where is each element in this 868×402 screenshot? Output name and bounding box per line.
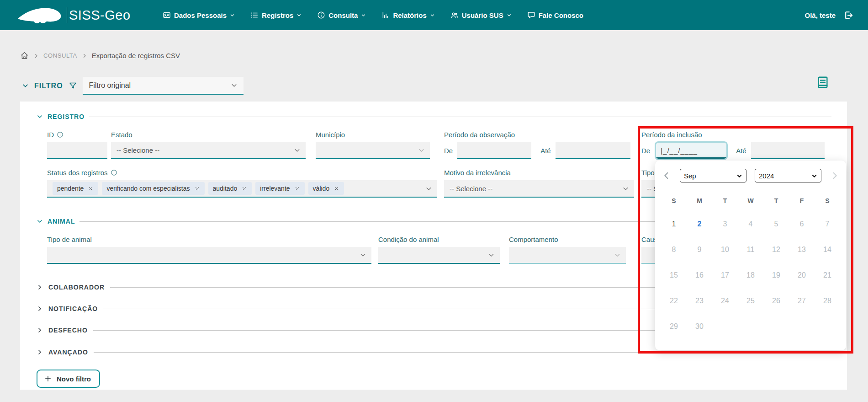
breadcrumb: CONSULTA Exportação de registros CSV <box>20 51 180 60</box>
filter-bar: FILTRO Filtro original <box>22 77 243 95</box>
municipio-select[interactable] <box>316 142 430 159</box>
list-icon <box>250 11 259 19</box>
calendar-month-select[interactable]: Sep <box>680 169 746 182</box>
main-nav: Dados Pessoais Registros Consulta Relató… <box>163 0 583 30</box>
chevron-down-icon <box>359 251 367 259</box>
breadcrumb-section[interactable]: CONSULTA <box>43 52 77 59</box>
calendar-year-select[interactable]: 2024 <box>755 169 821 182</box>
date-picker-popup: Sep 2024 S M T W T F S 12345678910111213… <box>655 161 846 350</box>
field-id: ID <box>47 129 107 159</box>
calendar-day-17: 17 <box>712 263 738 288</box>
remove-chip-icon[interactable] <box>241 186 247 192</box>
calendar-day-2[interactable]: 2 <box>687 211 712 237</box>
weekday-label: F <box>789 190 815 211</box>
weekday-label: T <box>763 190 789 211</box>
book-icon[interactable] <box>816 75 830 90</box>
info-icon[interactable] <box>111 169 117 176</box>
chip-pendente: pendente <box>53 182 98 195</box>
inclusao-de-input-focused[interactable]: |_/__/____ <box>655 141 728 160</box>
field-periodo-observacao-label: Período da observação <box>444 129 630 139</box>
remove-chip-icon[interactable] <box>194 186 200 192</box>
calendar-prev-month-button[interactable] <box>662 171 672 181</box>
label-text: Período da observação <box>444 131 515 139</box>
status-multiselect[interactable]: pendente verificando com especialistas a… <box>47 180 437 198</box>
chevron-down-icon <box>37 113 43 120</box>
field-motivo-irrelevancia: Motivo da irrelevância -- Selecione -- <box>444 167 634 198</box>
remove-chip-icon[interactable] <box>88 186 94 192</box>
nav-label: Relatórios <box>393 11 426 19</box>
calendar-year-value: 2024 <box>759 172 774 180</box>
section-divider <box>94 352 831 353</box>
nav-consulta[interactable]: Consulta <box>317 11 366 19</box>
id-input[interactable] <box>47 142 107 159</box>
section-animal-title: ANIMAL <box>48 218 75 225</box>
ate-label: Até <box>540 147 551 155</box>
field-comportamento: Comportamento <box>509 234 626 264</box>
nav-relatorios[interactable]: Relatórios <box>381 11 434 19</box>
observacao-ate-input[interactable] <box>556 142 630 159</box>
condicao-select[interactable] <box>378 247 500 264</box>
home-icon[interactable] <box>20 51 29 60</box>
field-status-registros: Status dos registros pendente verificand… <box>47 167 437 198</box>
nav-registros[interactable]: Registros <box>250 11 302 19</box>
section-title: NOTIFICAÇÃO <box>48 305 98 312</box>
section-registro-header[interactable]: REGISTRO <box>37 113 831 120</box>
calendar-day-11: 11 <box>738 237 763 263</box>
inclusao-ate-input[interactable] <box>751 142 825 159</box>
chevron-left-icon <box>662 171 672 181</box>
nav-fale-conosco[interactable]: Fale Conosco <box>527 11 583 19</box>
user-area: Olá, teste <box>804 0 853 30</box>
info-icon[interactable] <box>57 131 64 138</box>
logout-icon[interactable] <box>843 10 853 21</box>
chip-auditado: auditado <box>208 182 252 195</box>
de-label: De <box>641 147 650 155</box>
filter-select[interactable]: Filtro original <box>83 77 243 95</box>
section-registro-title: REGISTRO <box>48 113 85 120</box>
chevron-down-icon <box>487 251 495 259</box>
chevron-right-icon <box>37 349 43 355</box>
chip-label: irrelevante <box>260 185 290 192</box>
weekday-label: M <box>687 190 712 211</box>
chevron-down-icon <box>293 146 301 154</box>
weekday-label: T <box>712 190 738 211</box>
nav-dados-pessoais[interactable]: Dados Pessoais <box>163 11 235 19</box>
chevron-right-icon <box>82 53 87 59</box>
motivo-select[interactable]: -- Selecione -- <box>444 180 634 198</box>
chevron-down-icon <box>361 13 366 18</box>
label-text: Município <box>316 131 345 139</box>
observacao-de-input[interactable] <box>457 142 531 159</box>
chip-irrelevante: irrelevante <box>255 182 304 195</box>
de-label: De <box>444 147 453 155</box>
field-condicao-animal: Condição do animal <box>378 234 500 264</box>
calendar-day-15: 15 <box>661 263 687 288</box>
date-mask-value: |_/__/____ <box>661 147 698 155</box>
calendar-day-1[interactable]: 1 <box>661 211 687 237</box>
info-circle-icon <box>317 11 325 19</box>
breadcrumb-page: Exportação de registros CSV <box>92 52 180 59</box>
calendar-day-18: 18 <box>738 263 763 288</box>
calendar-next-month-button[interactable] <box>830 171 840 181</box>
chat-icon <box>527 11 535 19</box>
nav-usuario-sus[interactable]: Usuário SUS <box>450 11 512 19</box>
remove-chip-icon[interactable] <box>333 186 339 192</box>
tipo-animal-select[interactable] <box>47 247 371 264</box>
field-municipio: Município <box>316 129 430 159</box>
estado-select[interactable]: -- Selecione -- <box>111 142 306 159</box>
status-chips: pendente verificando com especialistas a… <box>53 182 344 195</box>
label-text: Comportamento <box>509 236 558 243</box>
brand-name: SISS-Geo <box>69 8 131 23</box>
chevron-down-icon[interactable] <box>22 82 29 89</box>
funnel-icon <box>69 81 77 90</box>
calendar-day-27: 27 <box>789 288 815 314</box>
calendar-day-3: 3 <box>712 211 738 237</box>
new-filter-button[interactable]: Novo filtro <box>37 370 100 388</box>
comportamento-select[interactable] <box>509 247 626 264</box>
calendar-day-29: 29 <box>661 314 687 339</box>
chevron-down-icon <box>296 13 302 18</box>
remove-chip-icon[interactable] <box>294 186 300 192</box>
calendar-day-7: 7 <box>815 211 840 237</box>
field-condicao-label: Condição do animal <box>378 234 500 244</box>
calendar-day-10: 10 <box>712 237 738 263</box>
brand-logo[interactable]: SISS-Geo <box>17 4 131 26</box>
chevron-down-icon <box>507 13 512 18</box>
